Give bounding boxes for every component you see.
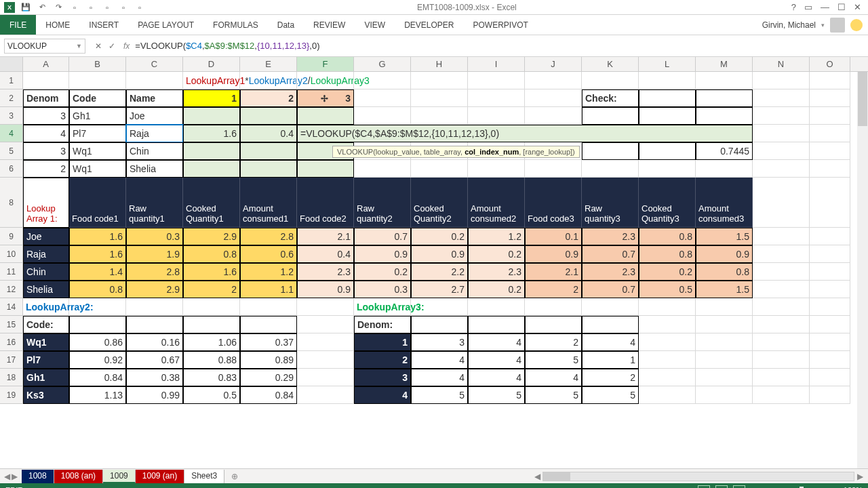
normal-view-icon[interactable] (698, 485, 710, 488)
cell[interactable]: 0.84 (69, 369, 126, 386)
qat-icon[interactable]: ▫ (134, 2, 145, 13)
col-header[interactable]: B (69, 57, 126, 71)
cell[interactable]: 0.8 (183, 245, 240, 263)
row-header[interactable]: 1 (0, 72, 23, 89)
cell[interactable]: 0.5 (183, 386, 240, 404)
formula-input[interactable]: =VLOOKUP($C4,$A$9:$M$12,{10,11,12,13},0) (132, 41, 868, 51)
cell[interactable]: 0.3 (354, 281, 411, 298)
col-header[interactable]: A (23, 57, 69, 71)
cell[interactable]: 4 (525, 369, 582, 386)
active-cell[interactable]: =VLOOKUP($C4,$A$9:$M$12,{10,11,12,13},0) (297, 125, 753, 142)
tab-formulas[interactable]: FORMULAS (203, 15, 268, 35)
cell[interactable]: 0.9 (297, 281, 354, 298)
row-header[interactable]: 10 (0, 245, 23, 263)
cell[interactable]: 0.9 (354, 245, 411, 263)
row-header[interactable]: 5 (0, 142, 23, 160)
undo-icon[interactable]: ↶ (37, 2, 47, 13)
cell[interactable]: 4 (354, 386, 411, 404)
cell[interactable]: 4 (411, 351, 468, 369)
tab-page-layout[interactable]: PAGE LAYOUT (128, 15, 203, 35)
cell[interactable]: Joe (23, 228, 69, 245)
cell[interactable]: 4 (468, 333, 525, 351)
cell[interactable]: Ks3 (23, 386, 69, 404)
qat-icon[interactable]: ▫ (102, 2, 113, 13)
cell[interactable]: 0.2 (411, 228, 468, 245)
col-header[interactable]: I (468, 57, 525, 71)
cell[interactable]: 2.8 (126, 263, 183, 281)
cell[interactable]: 2.2 (411, 263, 468, 281)
cell[interactable]: 4 (468, 351, 525, 369)
enter-icon[interactable]: ✓ (108, 41, 115, 51)
col-header[interactable]: F (297, 57, 354, 71)
vertical-scrollbar[interactable] (857, 72, 868, 468)
cell[interactable]: 0.9 (525, 245, 582, 263)
cell[interactable]: 0.9 (696, 245, 753, 263)
cell[interactable]: 0.6 (240, 245, 297, 263)
cell[interactable]: 1.5 (696, 228, 753, 245)
cell[interactable]: 0.89 (240, 351, 297, 369)
save-icon[interactable]: 💾 (20, 2, 31, 13)
cell[interactable]: 4 (411, 369, 468, 386)
scrollbar-thumb[interactable] (858, 72, 867, 126)
cell[interactable]: 2.9 (126, 281, 183, 298)
col-header[interactable]: C (126, 57, 183, 71)
cell[interactable]: 2.3 (582, 228, 639, 245)
cell[interactable]: 0.4 (297, 245, 354, 263)
cell[interactable]: 1.1 (240, 281, 297, 298)
cell[interactable]: 5 (411, 386, 468, 404)
cell[interactable]: Shelia (23, 281, 69, 298)
cell[interactable]: 1.9 (126, 245, 183, 263)
scroll-right-icon[interactable]: ▶ (854, 472, 865, 481)
cell[interactable]: 2 (525, 333, 582, 351)
cell[interactable]: 0.84 (240, 386, 297, 404)
cell[interactable]: 2.1 (297, 228, 354, 245)
cell[interactable]: Pl7 (23, 351, 69, 369)
qat-icon[interactable]: ▫ (118, 2, 129, 13)
name-box[interactable]: VLOOKUP ▼ (4, 39, 85, 54)
col-header[interactable]: M (696, 57, 753, 71)
help-icon[interactable]: ? (791, 2, 796, 12)
col-header[interactable]: N (753, 57, 810, 71)
tab-data[interactable]: Data (268, 15, 304, 35)
cell[interactable]: 5 (525, 386, 582, 404)
cell[interactable]: 0.38 (126, 369, 183, 386)
row-header[interactable]: 6 (0, 160, 23, 178)
cell[interactable]: LookupArray1*LookupArray2/LookupArray3 (183, 72, 240, 89)
cell[interactable]: 1.6 (69, 245, 126, 263)
cell[interactable]: 0.8 (639, 245, 696, 263)
cell[interactable]: 1.2 (240, 263, 297, 281)
cell[interactable]: 5 (468, 386, 525, 404)
cell[interactable]: 1.4 (69, 263, 126, 281)
cell[interactable]: 0.2 (468, 245, 525, 263)
sheet-nav-prev-icon[interactable]: ◀ (4, 472, 10, 481)
col-header[interactable]: H (411, 57, 468, 71)
cell[interactable]: 4 (582, 333, 639, 351)
cell[interactable]: 2 (525, 281, 582, 298)
sheet-tab[interactable]: 1008 (22, 470, 54, 483)
cell[interactable]: Chin (23, 263, 69, 281)
cell[interactable]: 0.2 (468, 281, 525, 298)
cell[interactable]: 2.3 (582, 263, 639, 281)
add-sheet-icon[interactable]: ⊕ (224, 472, 245, 481)
user-name[interactable]: Girvin, Michael (762, 20, 816, 30)
cell[interactable]: 2.3 (297, 263, 354, 281)
col-header[interactable]: J (525, 57, 582, 71)
cell[interactable]: 0.92 (69, 351, 126, 369)
qat-icon[interactable]: ▫ (69, 2, 80, 13)
cell[interactable]: 0.7 (582, 281, 639, 298)
row-header[interactable]: 19 (0, 386, 23, 404)
row-header[interactable]: 9 (0, 228, 23, 245)
col-header[interactable]: L (639, 57, 696, 71)
close-icon[interactable]: ✕ (854, 2, 861, 12)
cell[interactable]: 1.6 (183, 263, 240, 281)
cell[interactable]: 0.8 (69, 281, 126, 298)
cell[interactable]: 1 (582, 351, 639, 369)
col-header[interactable]: D (183, 57, 240, 71)
tab-powerpivot[interactable]: POWERPIVOT (463, 15, 537, 35)
cell[interactable]: 1.2 (468, 228, 525, 245)
row-header[interactable]: 8 (0, 178, 23, 228)
cell[interactable]: 0.2 (639, 263, 696, 281)
tab-view[interactable]: VIEW (355, 15, 395, 35)
cell[interactable]: 1.6 (69, 228, 126, 245)
emoji-icon[interactable] (850, 19, 863, 31)
